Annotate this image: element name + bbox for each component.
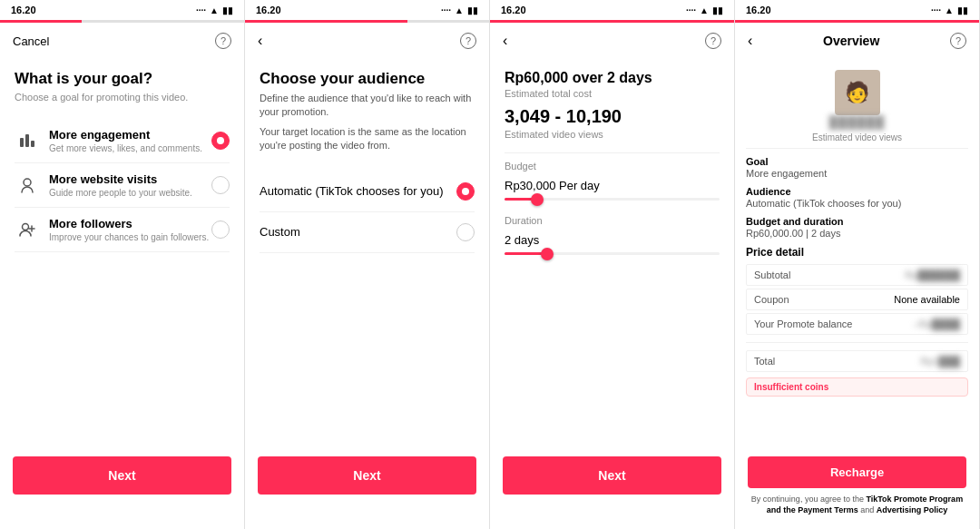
video-thumbnail: 🧑: [835, 70, 880, 115]
automatic-radio[interactable]: [456, 182, 475, 201]
overview-header: 🧑 ██████ Estimated video views: [746, 63, 968, 149]
overview-budget-row: Budget and duration Rp60,000.00 | 2 days: [746, 216, 968, 239]
wifi-icon-3: ▲: [700, 5, 709, 15]
audience-val: Automatic (TikTok chooses for you): [746, 198, 968, 209]
followers-radio[interactable]: [211, 220, 230, 239]
balance-label: Your Promote balance: [754, 318, 852, 329]
goal-option-engagement[interactable]: More engagement Get more views, likes, a…: [15, 119, 230, 163]
engagement-radio[interactable]: [211, 132, 230, 150]
status-bar-4: 16.20 ···· ▲ ▮▮: [735, 0, 979, 20]
svg-rect-0: [20, 138, 24, 147]
balance-row: Your Promote balance –Rp████: [746, 313, 968, 335]
balance-value: –Rp████: [914, 318, 960, 329]
cost-subtitle: Estimated total cost: [505, 88, 720, 99]
svg-point-4: [23, 224, 29, 230]
panel-goal: 16.20 ···· ▲ ▮▮ Cancel ? What is your go…: [0, 0, 245, 529]
budget-key: Budget and duration: [746, 216, 968, 227]
views-blurred: ██████: [829, 115, 885, 129]
back-button-4[interactable]: ‹: [748, 33, 752, 49]
terms-prefix: By continuing, you agree to the: [751, 495, 867, 504]
help-icon-3[interactable]: ?: [705, 33, 721, 49]
wifi-icon-4: ▲: [945, 5, 954, 15]
website-desc: Guide more people to your website.: [49, 188, 211, 198]
time-2: 16.20: [256, 5, 281, 15]
wifi-icon: ▲: [210, 5, 219, 15]
terms-link-2[interactable]: Advertising Policy: [877, 505, 948, 514]
wifi-icon-2: ▲: [455, 5, 464, 15]
time-1: 16.20: [11, 5, 36, 15]
help-icon-4[interactable]: ?: [950, 33, 966, 49]
engagement-icon: [15, 128, 40, 153]
custom-label: Custom: [260, 225, 456, 239]
panel3-bottom: Next: [490, 456, 734, 529]
cost-title: Rp60,000 over 2 days: [505, 70, 720, 86]
duration-slider[interactable]: [505, 252, 720, 255]
overview-content: 🧑 ██████ Estimated video views Goal More…: [735, 59, 979, 456]
goal-subtitle: Choose a goal for promoting this video.: [15, 92, 230, 103]
status-bar-2: 16.20 ···· ▲ ▮▮: [245, 0, 489, 20]
goal-option-followers[interactable]: More followers Improve your chances to g…: [15, 208, 230, 252]
panel4-bottom: Recharge By continuing, you agree to the…: [735, 456, 979, 529]
signal-icon-4: ····: [931, 5, 941, 15]
website-radio[interactable]: [211, 176, 230, 194]
insufficient-banner: Insufficient coins: [746, 377, 968, 397]
audience-key: Audience: [746, 186, 968, 197]
engagement-radio-inner: [217, 137, 224, 144]
panel1-bottom: Next: [0, 456, 244, 529]
automatic-radio-inner: [462, 188, 469, 195]
audience-custom[interactable]: Custom: [260, 212, 475, 253]
cancel-button[interactable]: Cancel: [13, 34, 49, 48]
svg-rect-1: [25, 134, 29, 147]
nav-1: Cancel ?: [0, 23, 244, 59]
next-button-1[interactable]: Next: [13, 456, 231, 495]
coupon-row[interactable]: Coupon None available: [746, 289, 968, 310]
battery-icon-4: ▮▮: [957, 5, 968, 15]
next-button-3[interactable]: Next: [503, 456, 721, 495]
next-button-2[interactable]: Next: [258, 456, 476, 495]
back-button-3[interactable]: ‹: [503, 33, 507, 49]
status-icons-2: ···· ▲ ▮▮: [441, 5, 478, 15]
divider-1: [505, 152, 720, 153]
recharge-button[interactable]: Recharge: [748, 456, 966, 488]
panel-budget: 16.20 ···· ▲ ▮▮ ‹ ? Rp60,000 over 2 days…: [490, 0, 735, 529]
help-icon-1[interactable]: ?: [215, 33, 231, 49]
views-estimate-label: Estimated video views: [812, 132, 902, 142]
help-icon-2[interactable]: ?: [460, 33, 476, 49]
budget-slider[interactable]: [505, 198, 720, 201]
views-label: Estimated video views: [505, 129, 720, 140]
custom-radio[interactable]: [456, 223, 475, 241]
price-section: Price detail Subtotal Rp██████ Coupon No…: [746, 246, 968, 397]
signal-icon-2: ····: [441, 5, 451, 15]
budget-section-label: Budget: [505, 161, 720, 171]
status-bar-1: 16.20 ···· ▲ ▮▮: [0, 0, 244, 20]
status-icons-4: ···· ▲ ▮▮: [931, 5, 968, 15]
budget-thumb[interactable]: [531, 193, 544, 206]
goal-key: Goal: [746, 156, 968, 167]
back-button-2[interactable]: ‹: [258, 33, 262, 49]
battery-icon-3: ▮▮: [712, 5, 723, 15]
signal-icon-3: ····: [686, 5, 696, 15]
overview-nav-title: Overview: [823, 34, 879, 48]
audience-note: Your target location is the same as the …: [260, 125, 475, 153]
time-3: 16.20: [501, 5, 526, 15]
total-label: Total: [754, 356, 775, 367]
price-title: Price detail: [746, 246, 968, 259]
automatic-label: Automatic (TikTok chooses for you): [260, 184, 456, 198]
time-4: 16.20: [746, 5, 771, 15]
goal-val: More engagement: [746, 168, 968, 179]
website-icon: [15, 172, 40, 198]
status-bar-3: 16.20 ···· ▲ ▮▮: [490, 0, 734, 20]
audience-automatic[interactable]: Automatic (TikTok chooses for you): [260, 171, 475, 212]
battery-icon: ▮▮: [222, 5, 233, 15]
overview-audience-row: Audience Automatic (TikTok chooses for y…: [746, 186, 968, 209]
budget-value: Rp30,000 Per day: [505, 179, 720, 192]
goal-content: What is your goal? Choose a goal for pro…: [0, 59, 244, 456]
nav-4: ‹ Overview ?: [735, 23, 979, 59]
engagement-text: More engagement Get more views, likes, a…: [49, 128, 211, 153]
total-row: Total Rp1███: [746, 350, 968, 372]
total-value: Rp1███: [920, 356, 960, 367]
followers-desc: Improve your chances to gain followers.: [49, 232, 211, 242]
goal-option-website[interactable]: More website visits Guide more people to…: [15, 163, 230, 208]
duration-thumb[interactable]: [541, 248, 554, 260]
website-text: More website visits Guide more people to…: [49, 172, 211, 198]
